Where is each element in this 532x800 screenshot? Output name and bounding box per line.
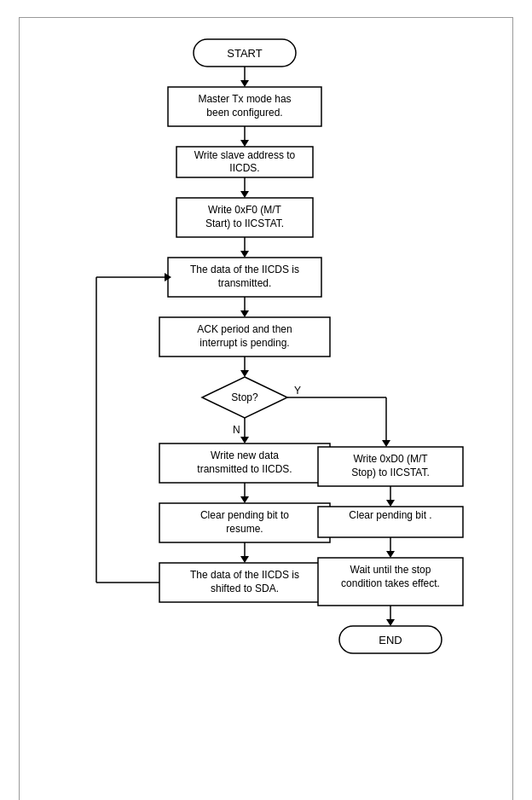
left-step2-label: Clear pending bit to <box>200 509 289 521</box>
svg-text:been configured.: been configured. <box>206 107 282 119</box>
svg-marker-10 <box>240 191 249 198</box>
left-step1-label: Write new data <box>211 449 279 461</box>
end-label: END <box>379 634 402 646</box>
svg-marker-22 <box>240 370 249 377</box>
flowchart-svg: START Master Tx mode has been configured… <box>28 31 504 790</box>
svg-marker-14 <box>240 251 249 258</box>
step2-label: Write slave address to <box>194 149 296 161</box>
svg-text:shifted to SDA.: shifted to SDA. <box>211 583 279 594</box>
svg-text:resume.: resume. <box>226 523 263 535</box>
left-step3-label: The data of the IICDS is <box>190 569 299 581</box>
svg-marker-32 <box>240 496 249 503</box>
svg-marker-36 <box>240 556 249 563</box>
step1-label: Master Tx mode has <box>198 93 291 105</box>
svg-marker-6 <box>240 140 249 147</box>
step4-label: The data of the IICDS is <box>190 264 299 275</box>
step5-label: ACK period and then <box>197 323 292 335</box>
svg-text:Start) to IICSTAT.: Start) to IICSTAT. <box>205 217 284 229</box>
flowchart: START Master Tx mode has been configured… <box>19 17 513 800</box>
svg-text:interrupt is pending.: interrupt is pending. <box>200 337 289 349</box>
svg-marker-53 <box>386 619 395 626</box>
svg-text:transmitted.: transmitted. <box>218 277 272 289</box>
svg-marker-49 <box>386 551 395 558</box>
start-label: START <box>227 47 262 60</box>
right-step2-label: Clear pending bit . <box>349 509 431 521</box>
svg-text:IICDS.: IICDS. <box>229 162 259 174</box>
svg-text:condition takes effect.: condition takes effect. <box>341 577 440 589</box>
diamond-label: Stop? <box>231 391 258 403</box>
step3-label: Write 0xF0 (M/T <box>208 204 281 216</box>
svg-marker-28 <box>382 440 390 447</box>
svg-text:Stop) to IICSTAT.: Stop) to IICSTAT. <box>351 467 430 478</box>
svg-marker-25 <box>240 437 249 443</box>
svg-marker-46 <box>386 500 395 507</box>
svg-marker-2 <box>240 80 249 87</box>
right-step1-label: Write 0xD0 (M/T <box>353 453 428 465</box>
svg-text:transmitted to IICDS.: transmitted to IICDS. <box>197 463 292 475</box>
right-step3-label: Wait until the stop <box>350 564 431 576</box>
label-n: N <box>233 424 240 436</box>
svg-marker-18 <box>240 310 249 317</box>
label-y: Y <box>294 385 301 397</box>
